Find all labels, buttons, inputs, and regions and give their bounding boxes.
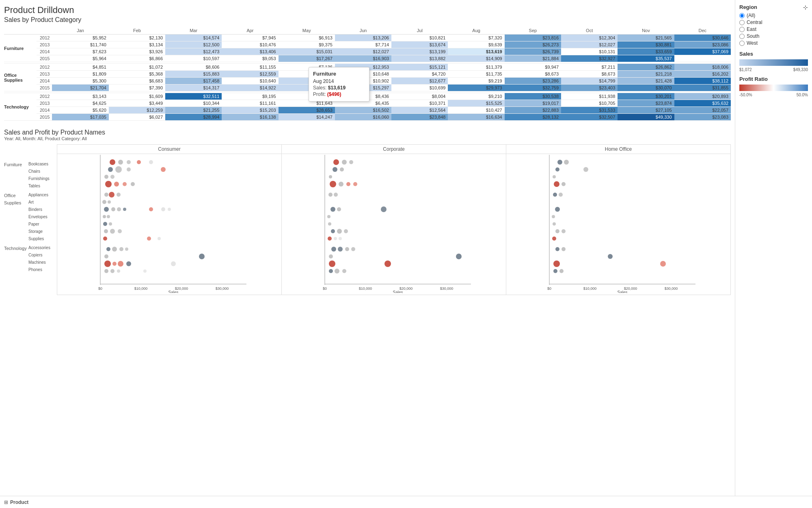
value-cell[interactable]: $4,851: [52, 64, 108, 71]
value-cell[interactable]: $8,673: [505, 71, 561, 78]
value-cell[interactable]: $5,300: [52, 78, 108, 85]
value-cell[interactable]: $12,027: [335, 48, 391, 55]
region-central-option[interactable]: Central: [739, 20, 808, 25]
value-cell[interactable]: $9,375: [279, 41, 335, 48]
value-cell[interactable]: $23,403: [561, 85, 618, 91]
value-cell[interactable]: $13,199: [391, 48, 448, 55]
value-cell[interactable]: $12,559: [222, 71, 278, 78]
value-cell[interactable]: $16,060: [335, 114, 391, 121]
region-all-option[interactable]: (All): [739, 13, 808, 18]
value-cell[interactable]: $2,130: [109, 35, 165, 41]
value-cell[interactable]: $11,379: [448, 64, 504, 71]
value-cell[interactable]: $10,131: [561, 48, 618, 55]
value-cell[interactable]: $19,017: [505, 100, 561, 107]
value-cell[interactable]: $3,926: [109, 48, 165, 55]
value-cell[interactable]: $32,511: [165, 93, 222, 100]
value-cell[interactable]: $49,330: [618, 114, 674, 121]
value-cell[interactable]: $21,428: [618, 78, 674, 85]
value-cell[interactable]: $3,134: [109, 41, 165, 48]
value-cell[interactable]: $23,083: [674, 114, 731, 121]
value-cell[interactable]: $18,006: [674, 64, 731, 71]
value-cell[interactable]: $32,507: [561, 114, 618, 121]
value-cell[interactable]: $31,533: [561, 107, 618, 114]
region-south-radio[interactable]: [739, 34, 745, 39]
value-cell[interactable]: $7,390: [109, 85, 165, 91]
value-cell[interactable]: $23,874: [618, 100, 674, 107]
value-cell[interactable]: $22,883: [505, 107, 561, 114]
value-cell[interactable]: $26,739: [505, 48, 561, 55]
value-cell[interactable]: $6,027: [109, 114, 165, 121]
value-cell[interactable]: $1,809: [52, 71, 108, 78]
value-cell[interactable]: $11,938: [561, 93, 618, 100]
value-cell[interactable]: $32,927: [561, 55, 618, 62]
value-cell[interactable]: $7,945: [222, 35, 278, 41]
region-all-radio[interactable]: [739, 13, 745, 18]
value-cell[interactable]: $11,740: [52, 41, 108, 48]
value-cell[interactable]: $5,952: [52, 35, 108, 41]
value-cell[interactable]: $6,683: [109, 78, 165, 85]
value-cell[interactable]: $31,855: [674, 85, 731, 91]
value-cell[interactable]: $13,206: [335, 35, 391, 41]
value-cell[interactable]: $4,720: [391, 71, 448, 78]
region-west-option[interactable]: West: [739, 40, 808, 46]
value-cell[interactable]: $28,132: [505, 114, 561, 121]
value-cell[interactable]: $30,070: [618, 85, 674, 91]
value-cell[interactable]: [674, 55, 731, 62]
value-cell[interactable]: $8,606: [165, 64, 222, 71]
value-cell[interactable]: $21,704: [52, 85, 108, 91]
value-cell[interactable]: $38,112: [674, 78, 731, 85]
value-cell[interactable]: $10,640: [222, 78, 278, 85]
value-cell[interactable]: $10,427: [448, 107, 504, 114]
value-cell[interactable]: $10,699: [391, 85, 448, 91]
value-cell[interactable]: $10,476: [222, 41, 278, 48]
value-cell[interactable]: $5,620: [52, 107, 108, 114]
value-cell[interactable]: $32,759: [505, 85, 561, 91]
value-cell[interactable]: $12,564: [391, 107, 448, 114]
value-cell[interactable]: $6,866: [109, 55, 165, 62]
value-cell[interactable]: $11,735: [448, 71, 504, 78]
value-cell[interactable]: $8,673: [561, 71, 618, 78]
region-west-radio[interactable]: [739, 41, 745, 46]
value-cell[interactable]: $7,320: [448, 35, 504, 41]
value-cell[interactable]: $9,219: [448, 78, 504, 85]
value-cell[interactable]: $26,862: [618, 64, 674, 71]
value-cell[interactable]: $30,881: [618, 41, 674, 48]
value-cell[interactable]: $23,086: [674, 41, 731, 48]
value-cell[interactable]: $30,646: [674, 35, 731, 41]
value-cell[interactable]: $21,565: [618, 35, 674, 41]
value-cell[interactable]: $10,344: [165, 100, 222, 107]
value-cell[interactable]: $9,053: [222, 55, 278, 62]
value-cell[interactable]: $27,105: [618, 107, 674, 114]
value-cell[interactable]: $12,304: [561, 35, 618, 41]
value-cell[interactable]: $35,537: [618, 55, 674, 62]
value-cell[interactable]: $12,500: [165, 41, 222, 48]
value-cell[interactable]: $4,625: [52, 100, 108, 107]
value-cell[interactable]: $13,674: [391, 41, 448, 48]
value-cell[interactable]: $5,368: [109, 71, 165, 78]
value-cell[interactable]: $16,634: [448, 114, 504, 121]
value-cell[interactable]: $15,031: [279, 48, 335, 55]
value-cell[interactable]: $10,705: [561, 100, 618, 107]
value-cell[interactable]: $30,201: [618, 93, 674, 100]
value-cell[interactable]: $14,909: [448, 55, 504, 62]
value-cell[interactable]: $29,973: [448, 85, 504, 91]
value-cell[interactable]: $10,371: [391, 100, 448, 107]
value-cell[interactable]: $7,211: [561, 64, 618, 71]
value-cell[interactable]: $15,525: [448, 100, 504, 107]
value-cell[interactable]: $16,138: [222, 114, 278, 121]
value-cell[interactable]: $5,964: [52, 55, 108, 62]
value-cell[interactable]: $14,799: [561, 78, 618, 85]
value-cell[interactable]: $16,502: [335, 107, 391, 114]
value-cell[interactable]: $11,155: [222, 64, 278, 71]
value-cell[interactable]: $16,903: [335, 55, 391, 62]
region-south-option[interactable]: South: [739, 33, 808, 39]
value-cell[interactable]: $15,203: [222, 107, 278, 114]
value-cell[interactable]: $1,072: [109, 64, 165, 71]
value-cell[interactable]: $17,458: [165, 78, 222, 85]
value-cell[interactable]: $8,004: [391, 93, 448, 100]
value-cell[interactable]: $9,947: [505, 64, 561, 71]
value-cell[interactable]: $12,677: [391, 78, 448, 85]
region-central-radio[interactable]: [739, 20, 745, 25]
value-cell[interactable]: $14,574: [165, 35, 222, 41]
value-cell[interactable]: $17,267: [279, 55, 335, 62]
